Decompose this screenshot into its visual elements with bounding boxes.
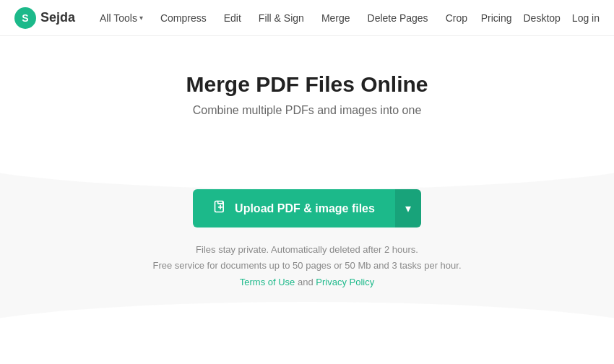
upload-button-group: Upload PDF & image files ▾ [193, 189, 421, 228]
logo-icon: S [14, 7, 36, 29]
privacy-links: Terms of Use and Privacy Policy [240, 277, 374, 287]
nav-item-compress[interactable]: Compress [153, 8, 214, 28]
logo[interactable]: S Sejda [14, 7, 75, 29]
nav-item-all-tools[interactable]: All Tools ▾ [92, 8, 150, 28]
pricing-link[interactable]: Pricing [481, 12, 512, 24]
nav-item-merge[interactable]: Merge [314, 8, 358, 28]
desktop-link[interactable]: Desktop [523, 12, 560, 24]
upload-dropdown-chevron-icon: ▾ [405, 202, 411, 215]
header: S Sejda All Tools ▾ Compress Edit Fill &… [0, 0, 614, 36]
upload-dropdown-button[interactable]: ▾ [395, 189, 421, 228]
logo-text: Sejda [40, 10, 75, 25]
main-nav: All Tools ▾ Compress Edit Fill & Sign Me… [92, 8, 481, 28]
nav-item-edit[interactable]: Edit [217, 8, 248, 28]
nav-item-delete-pages[interactable]: Delete Pages [360, 8, 436, 28]
upload-section: Upload PDF & image files ▾ Files stay pr… [0, 146, 614, 345]
terms-link[interactable]: Terms of Use [240, 277, 295, 287]
main-content: Merge PDF Files Online Combine multiple … [0, 36, 614, 364]
hero-title: Merge PDF Files Online [186, 72, 428, 97]
svg-text:S: S [22, 12, 28, 24]
offline-section: OFFLINE Rather work offline? Try Sejda D… [0, 345, 614, 364]
upload-icon [213, 199, 228, 217]
hero-subtitle: Combine multiple PDFs and images into on… [186, 104, 428, 117]
hero-section: Merge PDF Files Online Combine multiple … [171, 72, 442, 131]
privacy-link[interactable]: Privacy Policy [316, 277, 374, 287]
all-tools-chevron-icon: ▾ [139, 14, 143, 22]
privacy-text: Files stay private. Automatically delete… [152, 242, 461, 274]
nav-item-fill-sign[interactable]: Fill & Sign [251, 8, 311, 28]
nav-item-crop[interactable]: Crop [438, 8, 475, 28]
upload-button[interactable]: Upload PDF & image files [193, 189, 395, 228]
login-button[interactable]: Log in [572, 12, 600, 24]
nav-right: Pricing Desktop Log in [481, 12, 600, 24]
